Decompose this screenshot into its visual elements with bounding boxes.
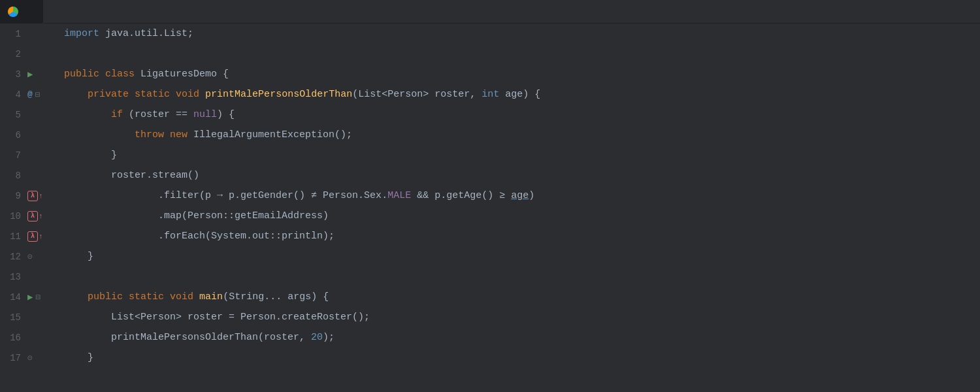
code-token: (List<Person> roster, — [352, 89, 482, 100]
code-line — [59, 44, 980, 64]
gutter-icons: ▶⊟ — [26, 291, 59, 302]
code-token: void — [170, 291, 193, 302]
line-number: 9 — [0, 191, 26, 201]
lambda-up-icon: λ↑ — [27, 211, 43, 221]
lambda-up-icon: λ↑ — [27, 231, 43, 242]
code-token: static — [135, 89, 170, 100]
run-icon[interactable]: ▶ — [27, 69, 33, 80]
code-token: age) { — [499, 89, 540, 100]
code-token — [170, 89, 176, 100]
code-token: LigaturesDemo — [140, 69, 217, 80]
code-token: public — [88, 291, 123, 302]
gutter-icons: λ↑ — [26, 191, 59, 201]
ide-window: 123▶4@⊟56789λ↑10λ↑11λ↑12⊝1314▶⊟151617⊝ i… — [0, 0, 980, 392]
line-number: 10 — [0, 211, 26, 221]
code-token: p.getGender() — [223, 190, 311, 201]
code-token: IllegalArgumentException(); — [188, 129, 352, 140]
run-icon[interactable]: ▶ — [27, 291, 33, 302]
code-token — [164, 129, 170, 140]
code-token — [411, 190, 417, 201]
code-token: void — [176, 89, 199, 100]
gutter-row: 8 — [0, 165, 59, 186]
fold-icon[interactable]: ⊟ — [35, 90, 41, 100]
gutter-row: 13 — [0, 267, 59, 287]
code-token: .map(Person — [64, 210, 223, 221]
lambda-up-icon: λ↑ — [27, 191, 43, 201]
code-token — [64, 129, 135, 140]
code-token: } — [64, 251, 93, 262]
code-token: (String... args) { — [223, 291, 329, 302]
code-line: public class LigaturesDemo { — [59, 64, 980, 84]
code-token — [199, 89, 205, 100]
code-token: public — [64, 69, 99, 80]
code-token: :: — [270, 231, 282, 242]
gutter-row: 16 — [0, 327, 59, 348]
line-number: 13 — [0, 272, 26, 282]
line-number: 7 — [0, 150, 26, 161]
line-number: 11 — [0, 231, 26, 242]
code-token: main — [199, 291, 223, 302]
code-token: { — [217, 69, 229, 80]
code-token: Person.Sex. — [317, 190, 387, 201]
code-token: p.getAge() — [429, 190, 499, 201]
code-token: new — [170, 129, 188, 140]
gutter-row: 12⊝ — [0, 246, 59, 267]
code-line: } — [59, 145, 980, 165]
code-token — [64, 89, 88, 100]
code-token: null — [193, 109, 217, 120]
line-number: 14 — [0, 292, 26, 302]
fold-icon[interactable]: ⊟ — [35, 292, 41, 302]
code-token — [135, 69, 140, 80]
gutter-row: 5 — [0, 105, 59, 125]
code-token: :: — [223, 210, 235, 221]
code-token: static — [129, 291, 164, 302]
code-line: List<Person> roster = Person.createRoste… — [59, 307, 980, 327]
code-line: .map(Person::getEmailAddress) — [59, 206, 980, 226]
fold-end-icon[interactable]: ⊝ — [27, 353, 33, 363]
gutter-icons: λ↑ — [26, 231, 59, 242]
code-token: if — [111, 109, 123, 120]
line-number: 1 — [0, 29, 26, 39]
code-token: age — [511, 190, 529, 201]
code-line: } — [59, 246, 980, 267]
code-token: roster.stream() — [64, 170, 199, 181]
gutter-row: 10λ↑ — [0, 206, 59, 226]
code-token: MALE — [387, 190, 411, 201]
gutter-row: 1 — [0, 24, 59, 44]
code-token: } — [64, 352, 93, 363]
annotation-icon: @ — [27, 90, 33, 99]
line-number: 17 — [0, 353, 26, 363]
code-line — [59, 267, 980, 287]
editor-area: 123▶4@⊟56789λ↑10λ↑11λ↑12⊝1314▶⊟151617⊝ i… — [0, 24, 980, 392]
code-token: && — [417, 190, 429, 201]
gutter-row: 14▶⊟ — [0, 287, 59, 307]
file-tab[interactable] — [0, 0, 44, 24]
code-token: ); — [323, 332, 335, 343]
gutter-row: 6 — [0, 125, 59, 145]
gutter-icons: @⊟ — [26, 90, 59, 100]
gutter: 123▶4@⊟56789λ↑10λ↑11λ↑12⊝1314▶⊟151617⊝ — [0, 24, 59, 392]
code-token: → — [217, 190, 223, 201]
code-line: if (roster == null) { — [59, 105, 980, 125]
code-token: List<Person> roster = Person.createRoste… — [64, 312, 370, 323]
code-line: import java.util.List; — [59, 24, 980, 44]
code-area[interactable]: import java.util.List;public class Ligat… — [59, 24, 980, 392]
fold-end-icon[interactable]: ⊝ — [27, 252, 33, 262]
gutter-row: 9λ↑ — [0, 186, 59, 206]
code-line: .filter(p → p.getGender() ≠ Person.Sex.M… — [59, 186, 980, 206]
gutter-row: 11λ↑ — [0, 226, 59, 246]
gutter-row: 2 — [0, 44, 59, 64]
line-number: 6 — [0, 130, 26, 140]
code-token — [64, 109, 111, 120]
line-number: 16 — [0, 333, 26, 343]
line-number: 2 — [0, 49, 26, 59]
code-token — [123, 291, 129, 302]
code-line: private static void printMalePersonsOlde… — [59, 84, 980, 105]
code-token: java.util.List; — [99, 28, 193, 39]
gutter-row: 7 — [0, 145, 59, 165]
code-token — [193, 291, 199, 302]
gutter-row: 17⊝ — [0, 348, 59, 368]
code-token: printMalePersonsOlderThan(roster, — [64, 332, 311, 343]
tab-close-button[interactable] — [26, 7, 35, 16]
gutter-icons: ⊝ — [26, 252, 59, 262]
